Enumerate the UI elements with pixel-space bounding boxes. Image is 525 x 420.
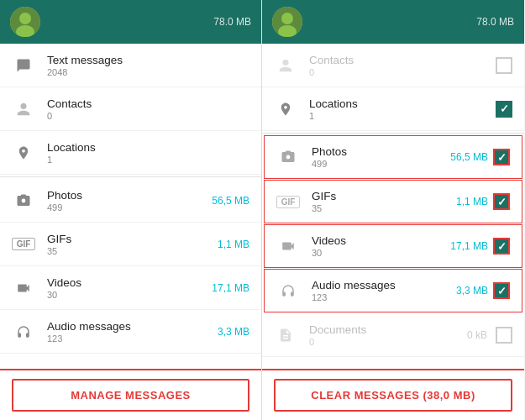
person-icon — [274, 58, 297, 73]
item-info: Photos 499 — [312, 145, 450, 169]
item-info: Locations 1 — [309, 97, 487, 121]
item-size: 17,1 MB — [450, 240, 488, 252]
list-item[interactable]: Contacts 0 — [0, 87, 261, 131]
right-items-list: Contacts 0 Locations 1 Photos 499 — [262, 44, 524, 369]
item-count: 499 — [312, 159, 450, 169]
list-item[interactable]: Audio messages 123 3,3 MB — [0, 310, 261, 354]
gif-icon: GIF — [276, 196, 300, 208]
item-name: Contacts — [47, 97, 249, 110]
svg-point-4 — [281, 13, 293, 24]
list-item[interactable]: Documents — [0, 354, 261, 369]
item-size: 1,1 MB — [456, 196, 488, 207]
item-name: Locations — [309, 97, 487, 110]
separator — [0, 176, 261, 177]
item-size: 17,1 MB — [212, 282, 249, 294]
list-item[interactable]: Locations 1 — [0, 131, 261, 175]
item-name: Text messages — [47, 54, 249, 66]
list-item[interactable]: Photos 499 56,5 MB — [0, 179, 261, 223]
list-item[interactable]: Documents 0 0 kB — [262, 313, 524, 357]
list-item[interactable]: GIF GIFs 35 1,1 MB — [264, 180, 522, 223]
left-items-list: Text messages 2048 Contacts 0 Locations … — [0, 44, 261, 369]
avatar — [272, 7, 302, 37]
right-panel: 78.0 MB Contacts 0 Locations 1 — [262, 0, 524, 420]
item-name: Audio messages — [312, 279, 456, 291]
locations-checkbox[interactable] — [496, 101, 512, 118]
location-icon — [274, 102, 297, 117]
item-info: Photos 499 — [47, 189, 212, 213]
item-count: 2048 — [47, 67, 249, 77]
item-info: GIFs 35 — [47, 233, 218, 256]
item-count: 1 — [309, 111, 487, 121]
location-icon — [12, 145, 35, 160]
item-size: 3,3 MB — [218, 326, 249, 338]
item-name: Videos — [47, 276, 212, 289]
headphones-icon — [276, 283, 300, 298]
audio-checkbox[interactable] — [493, 282, 510, 299]
video-icon — [276, 239, 300, 254]
list-item[interactable]: Videos 30 17,1 MB — [0, 266, 261, 310]
item-count: 0 — [309, 337, 467, 347]
headphones-icon — [12, 324, 35, 339]
item-info: GIFs 35 — [312, 190, 456, 213]
videos-checkbox[interactable] — [493, 238, 510, 255]
list-item[interactable]: Videos 30 17,1 MB — [264, 224, 522, 268]
item-info: Documents 0 — [309, 323, 467, 347]
item-count: 123 — [47, 333, 218, 344]
item-name: GIFs — [47, 233, 218, 245]
item-info: Audio messages 123 — [47, 320, 218, 344]
item-size: 56,5 MB — [212, 195, 249, 207]
list-item[interactable]: Audio messages 123 3,3 MB — [264, 269, 522, 312]
item-name: GIFs — [312, 190, 456, 202]
item-info: Videos 30 — [312, 234, 450, 258]
right-footer: CLEAR MESSAGES (38,0 MB) — [262, 369, 524, 420]
list-item[interactable]: Text messages 2048 — [0, 44, 261, 87]
item-size: 3,3 MB — [456, 285, 488, 297]
item-info: Audio messages 123 — [312, 279, 456, 302]
item-count: 30 — [312, 248, 450, 258]
clear-messages-button[interactable]: CLEAR MESSAGES (38,0 MB) — [274, 379, 512, 412]
camera-icon — [276, 150, 300, 165]
left-header-size: 78.0 MB — [213, 16, 251, 28]
item-size: 1,1 MB — [218, 239, 249, 250]
right-header: 78.0 MB — [262, 0, 524, 44]
list-item[interactable]: Locations 1 — [262, 87, 524, 131]
gifs-checkbox[interactable] — [493, 193, 510, 210]
item-name: Photos — [312, 145, 450, 158]
item-name: Audio messages — [47, 320, 218, 333]
item-count: 35 — [312, 203, 456, 213]
contacts-checkbox[interactable] — [496, 57, 512, 74]
photos-checkbox[interactable] — [493, 149, 510, 165]
svg-point-1 — [19, 13, 31, 24]
item-info: Contacts 0 — [47, 97, 249, 121]
item-size: 0 kB — [467, 329, 487, 341]
left-footer: MANAGE MESSAGES — [0, 369, 261, 420]
item-count: 123 — [312, 292, 456, 302]
item-name: Documents — [309, 323, 467, 336]
camera-icon — [12, 193, 35, 208]
item-count: 0 — [309, 67, 487, 77]
item-count: 0 — [47, 111, 249, 121]
gif-icon: GIF — [12, 238, 35, 250]
item-info: Text messages 2048 — [47, 54, 249, 77]
item-info: Contacts 0 — [309, 54, 487, 77]
person-icon — [12, 102, 35, 117]
item-name: Videos — [312, 234, 450, 247]
manage-messages-button[interactable]: MANAGE MESSAGES — [12, 379, 249, 412]
item-count: 30 — [47, 290, 212, 300]
item-count: 35 — [47, 246, 218, 256]
item-count: 1 — [47, 155, 249, 165]
item-name: Photos — [47, 189, 212, 202]
video-icon — [12, 281, 35, 296]
message-icon — [12, 58, 35, 73]
left-header: 78.0 MB — [0, 0, 261, 44]
list-item[interactable]: Contacts 0 — [262, 44, 524, 87]
list-item[interactable]: Photos 499 56,5 MB — [264, 135, 522, 179]
item-count: 499 — [47, 202, 212, 213]
documents-checkbox[interactable] — [496, 327, 512, 344]
separator — [262, 133, 524, 134]
right-header-size: 78.0 MB — [476, 16, 514, 28]
left-panel: 78.0 MB Text messages 2048 Contacts 0 — [0, 0, 262, 420]
item-info: Locations 1 — [47, 141, 249, 165]
item-info: Videos 30 — [47, 276, 212, 300]
list-item[interactable]: GIF GIFs 35 1,1 MB — [0, 223, 261, 266]
